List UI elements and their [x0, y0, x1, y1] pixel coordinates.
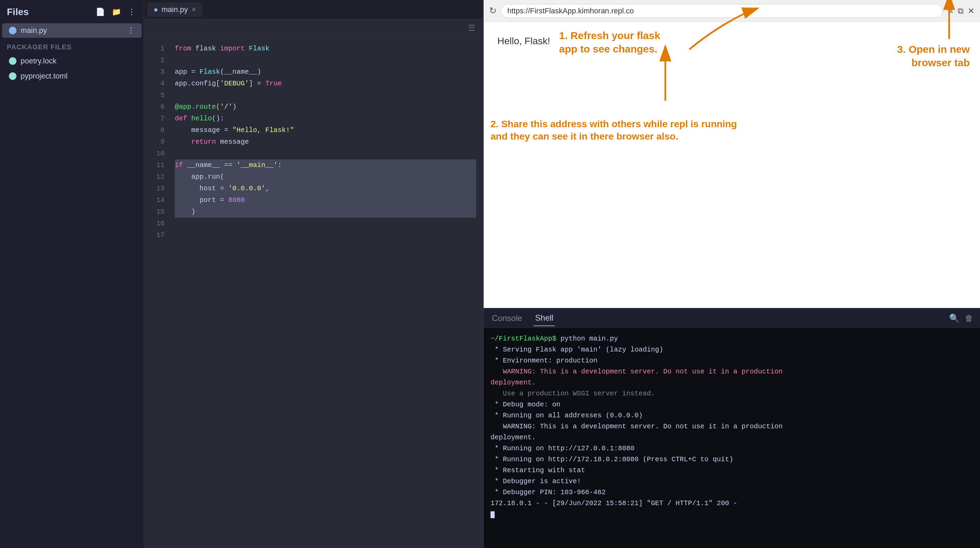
- code-line-12: app.run(: [175, 171, 476, 183]
- file-more-btn[interactable]: ⋮: [127, 26, 135, 35]
- code-line-4: app.config['DEBUG'] = True: [175, 78, 476, 89]
- browser-toolbar: ↻ ✎ ⧉ ✕: [484, 0, 980, 22]
- console-line-11: * Running on http://172.18.0.2:8080 (Pre…: [490, 454, 973, 465]
- main-editor-panel: ● main.py ✕ ☰ 12345 678910 1112131415 16…: [144, 0, 483, 548]
- editor-tab-label: main.py: [161, 5, 188, 14]
- code-line-7: def hello():: [175, 113, 476, 124]
- code-content[interactable]: from flask import Flask app = Flask(__na…: [168, 37, 483, 548]
- console-actions: 🔍 🗑: [949, 314, 973, 323]
- annotation-3: 3. Open in newbrowser tab: [897, 43, 970, 69]
- code-line-8: message = "Hello, Flask!": [175, 124, 476, 136]
- console-tab-console[interactable]: Console: [490, 311, 523, 326]
- annotation-3-text: 3. Open in newbrowser tab: [897, 43, 970, 68]
- console-line-9: deployment.: [490, 432, 973, 443]
- console-area: Console Shell 🔍 🗑 ~/FirstFlaskApp$ pytho…: [484, 308, 980, 548]
- more-options-icon[interactable]: ⋮: [126, 6, 137, 18]
- editor-menu-icon[interactable]: ☰: [466, 21, 477, 35]
- browser-edit-button[interactable]: ✎: [947, 6, 954, 16]
- console-line-5: Use a production WSGI server instead.: [490, 388, 973, 399]
- code-line-9: return message: [175, 136, 476, 148]
- file-name-poetry-lock: poetry.lock: [21, 57, 135, 65]
- browser-url-bar[interactable]: [501, 4, 943, 18]
- console-line-2: * Environment: production: [490, 355, 973, 366]
- sidebar-title: Files: [7, 6, 29, 18]
- code-line-5: [175, 89, 476, 101]
- annotation-2: 2. Share this address with others while …: [490, 118, 737, 143]
- console-tab-bar: Console Shell 🔍 🗑: [484, 309, 980, 328]
- annotation-2-text: 2. Share this address with others while …: [490, 119, 737, 142]
- code-line-15: ): [175, 206, 476, 218]
- file-dot-poetry: [9, 57, 16, 65]
- editor-tab-bar: ● main.py ✕: [144, 0, 483, 19]
- file-name-pyproject-toml: pyproject.toml: [21, 72, 135, 81]
- editor-tab-main-py[interactable]: ● main.py ✕: [147, 2, 202, 17]
- code-line-16: [175, 218, 476, 229]
- browser-page-content: Hello, Flask!: [497, 36, 550, 46]
- console-line-15: 172.18.0.1 - - [29/Jun/2022 15:58:21] "G…: [490, 498, 973, 509]
- console-command: python main.py: [560, 335, 618, 342]
- code-line-6: @app.route('/'): [175, 101, 476, 113]
- line-numbers: 12345 678910 1112131415 1617: [144, 37, 168, 548]
- console-line-1: * Serving Flask app 'main' (lazy loading…: [490, 344, 973, 355]
- annotation-1: 1. Refresh your flaskapp to see changes.: [559, 29, 660, 56]
- sidebar-header-icons: 📄 📁 ⋮: [94, 6, 137, 18]
- browser-content: Hello, Flask! 1. Refresh your flaskapp t…: [484, 22, 980, 308]
- file-dot-main-py: [9, 27, 16, 34]
- browser-close-button[interactable]: ✕: [968, 6, 975, 16]
- sidebar-files: main.py ⋮ Packager files poetry.lock pyp…: [0, 21, 144, 85]
- code-line-10: [175, 148, 476, 159]
- browser-new-tab-button[interactable]: ⧉: [958, 6, 964, 16]
- code-line-1: from flask import Flask: [175, 43, 476, 54]
- console-line-10: * Running on http://127.0.0.1:8080: [490, 443, 973, 454]
- sidebar: Files 📄 📁 ⋮ main.py ⋮ Packager files poe…: [0, 0, 144, 548]
- code-editor[interactable]: 12345 678910 1112131415 1617 from flask …: [144, 37, 483, 548]
- code-line-13: host = '0.0.0.0',: [175, 183, 476, 194]
- code-line-3: app = Flask(__name__): [175, 66, 476, 78]
- console-line-8: WARNING: This is a development server. D…: [490, 421, 973, 432]
- console-cursor-line: [490, 509, 973, 520]
- annotation-1-text: 1. Refresh your flaskapp to see changes.: [559, 30, 660, 54]
- code-line-2: [175, 54, 476, 66]
- console-search-button[interactable]: 🔍: [949, 314, 959, 323]
- code-line-11: if __name__ == '__main__':: [175, 159, 476, 171]
- file-item-main-py[interactable]: main.py ⋮: [2, 23, 142, 38]
- console-line-prompt: ~/FirstFlaskApp$ python main.py: [490, 333, 973, 344]
- close-tab-button[interactable]: ✕: [191, 6, 196, 13]
- browser-area: ↻ ✎ ⧉ ✕ Hello, Flask! 1. Refresh your fl…: [484, 0, 980, 308]
- console-cursor: [490, 511, 495, 518]
- sidebar-header: Files 📄 📁 ⋮: [0, 0, 144, 21]
- console-line-14: * Debugger PIN: 103-966-462: [490, 487, 973, 498]
- new-folder-icon[interactable]: 📁: [110, 6, 123, 18]
- console-line-4: deployment.: [490, 377, 973, 388]
- browser-reload-button[interactable]: ↻: [489, 5, 497, 16]
- packager-section-label: Packager files: [0, 38, 144, 53]
- file-name-main-py: main.py: [21, 26, 127, 35]
- code-line-14: port = 8080: [175, 194, 476, 206]
- new-file-icon[interactable]: 📄: [94, 6, 106, 18]
- editor-toolbar: ☰: [144, 19, 483, 37]
- console-content[interactable]: ~/FirstFlaskApp$ python main.py * Servin…: [484, 328, 980, 548]
- file-dot-pyproject: [9, 72, 16, 80]
- console-tab-shell[interactable]: Shell: [534, 311, 555, 326]
- code-line-17: [175, 229, 476, 241]
- console-trash-button[interactable]: 🗑: [965, 314, 973, 323]
- python-file-icon: ●: [154, 5, 158, 14]
- console-line-7: * Running on all addresses (0.0.0.0): [490, 410, 973, 421]
- file-item-pyproject-toml[interactable]: pyproject.toml: [2, 69, 142, 83]
- right-panel: ↻ ✎ ⧉ ✕ Hello, Flask! 1. Refresh your fl…: [483, 0, 980, 548]
- console-line-3: WARNING: This is a development server. D…: [490, 366, 973, 377]
- file-item-poetry-lock[interactable]: poetry.lock: [2, 54, 142, 68]
- console-line-12: * Restarting with stat: [490, 465, 973, 476]
- console-line-13: * Debugger is active!: [490, 476, 973, 487]
- console-line-6: * Debug mode: on: [490, 399, 973, 410]
- console-prompt: ~/FirstFlaskApp$: [490, 335, 556, 342]
